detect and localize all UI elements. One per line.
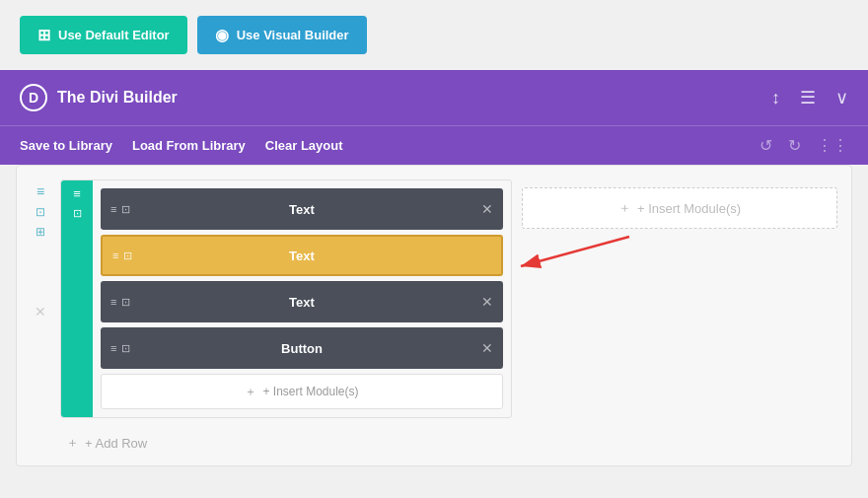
module-label-3: Text (289, 295, 315, 310)
drag-icon-3: ≡ (110, 297, 116, 308)
clear-layout-button[interactable]: Clear Layout (265, 138, 343, 153)
module-icons-4: ≡ ⊡ (110, 343, 130, 354)
divi-header-left: D The Divi Builder (20, 84, 178, 111)
module-button-1[interactable]: ≡ ⊡ Button ✕ (101, 327, 503, 369)
module-close-4[interactable]: ✕ (481, 340, 493, 356)
row-wrapper: ≡ ⊡ ≡ ⊡ Text ✕ (60, 179, 512, 452)
divi-header: D The Divi Builder ↕ ☰ ∨ (0, 70, 868, 125)
menu-icon[interactable]: ☰ (800, 87, 816, 108)
modules-area: ≡ ⊡ Text ✕ ≡ ⊡ Text (93, 180, 511, 417)
module-text-1[interactable]: ≡ ⊡ Text ✕ (101, 188, 503, 230)
section-close-icon[interactable]: ✕ (35, 304, 46, 320)
sort-icon[interactable]: ↕ (771, 88, 780, 108)
drag-icon-4: ≡ (110, 343, 116, 354)
row-col-sidebar: ≡ ⊡ (61, 180, 93, 417)
load-from-library-button[interactable]: Load From Library (132, 138, 246, 153)
top-bar: ⊞ Use Default Editor ◉ Use Visual Builde… (0, 0, 868, 70)
save-to-library-button[interactable]: Save to Library (20, 138, 112, 153)
right-insert-module-button[interactable]: ＋ + Insert Module(s) (522, 187, 837, 229)
module-text-2-selected[interactable]: ≡ ⊡ Text (101, 235, 503, 276)
monitor-icon-3: ⊡ (121, 297, 130, 308)
visual-builder-button[interactable]: ◉ Use Visual Builder (197, 16, 367, 54)
undo-icon[interactable]: ↺ (760, 136, 772, 155)
module-label-4: Button (281, 341, 323, 356)
builder-outer: ≡ ⊡ ⊞ ✕ ≡ ⊡ (0, 165, 868, 482)
module-text-3[interactable]: ≡ ⊡ Text ✕ (101, 281, 503, 322)
module-close-3[interactable]: ✕ (481, 294, 493, 310)
module-label-1: Text (289, 202, 315, 217)
toolbar-actions: Save to Library Load From Library Clear … (20, 138, 343, 153)
section-grid-icon[interactable]: ⊞ (36, 225, 45, 239)
row-block: ≡ ⊡ ≡ ⊡ Text ✕ (60, 179, 512, 418)
module-icons-1: ≡ ⊡ (110, 204, 130, 215)
module-label-2: Text (289, 249, 315, 263)
eye-icon: ◉ (215, 26, 229, 44)
divi-header-right: ↕ ☰ ∨ (771, 87, 848, 108)
plus-icon-insert: ＋ (245, 384, 256, 400)
builder-toolbar: Save to Library Load From Library Clear … (0, 125, 868, 165)
history-icon[interactable]: ⋮⋮ (817, 136, 848, 155)
module-close-1[interactable]: ✕ (481, 201, 493, 217)
plus-icon-right: ＋ (618, 199, 631, 217)
right-insert-area: ＋ + Insert Module(s) (522, 179, 837, 452)
row-lines-icon[interactable]: ≡ (73, 186, 81, 201)
drag-icon-1: ≡ (110, 204, 116, 215)
row-monitor-icon[interactable]: ⊡ (73, 207, 82, 220)
toolbar-right: ↺ ↻ ⋮⋮ (760, 136, 848, 155)
divi-logo: D (20, 84, 47, 111)
default-editor-button[interactable]: ⊞ Use Default Editor (20, 16, 187, 54)
module-icons-3: ≡ ⊡ (110, 297, 130, 308)
monitor-icon-4: ⊡ (121, 343, 130, 354)
redo-icon[interactable]: ↻ (788, 136, 801, 155)
divi-title: The Divi Builder (57, 89, 178, 107)
builder-box: ≡ ⊡ ⊞ ✕ ≡ ⊡ (16, 165, 852, 466)
monitor-icon-1: ⊡ (121, 204, 130, 215)
module-icons-2: ≡ ⊡ (112, 250, 132, 261)
section-rows-icon[interactable]: ≡ (36, 183, 44, 199)
drag-icon-2: ≡ (112, 250, 118, 261)
builder-row: ≡ ⊡ ⊞ ✕ ≡ ⊡ (31, 179, 837, 452)
grid-icon: ⊞ (37, 26, 50, 44)
chevron-down-icon[interactable]: ∨ (835, 87, 848, 108)
section-monitor-icon[interactable]: ⊡ (36, 205, 45, 219)
section-sidebar: ≡ ⊡ ⊞ ✕ (31, 179, 50, 452)
plus-icon-row: ＋ (66, 434, 79, 452)
add-row-footer[interactable]: ＋ + Add Row (60, 426, 512, 452)
insert-module-button[interactable]: ＋ + Insert Module(s) (101, 374, 503, 409)
monitor-icon-2: ⊡ (123, 250, 132, 261)
